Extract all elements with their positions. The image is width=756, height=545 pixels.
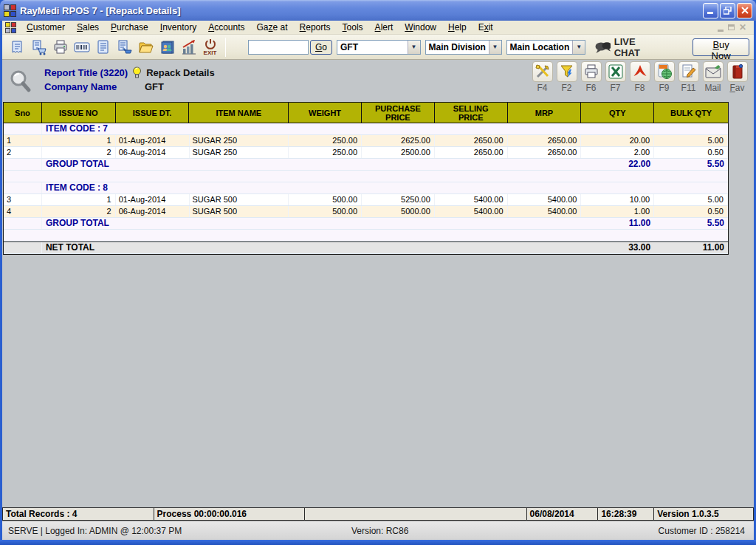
menu-item-gaze-at[interactable]: Gaze at <box>251 21 294 33</box>
menu-item-exit[interactable]: Exit <box>472 21 499 33</box>
column-header-bulk-qty[interactable]: BULK QTY <box>654 103 728 123</box>
location-select[interactable]: Main Location ▼ <box>506 40 586 55</box>
menu-item-window[interactable]: Window <box>399 21 442 33</box>
table-row[interactable]: 3101-Aug-2014SUGAR 500500.005250.005400.… <box>4 194 728 206</box>
menu-item-purchase[interactable]: Purchase <box>105 21 154 33</box>
net-total-label: NET TOTAL <box>42 242 582 253</box>
mdi-window-controls[interactable]: ✕ <box>718 22 752 32</box>
cell: 06-Aug-2014 <box>116 147 190 158</box>
mdi-minimize-icon[interactable] <box>718 30 724 32</box>
exit-icon[interactable]: EXIT <box>199 36 221 58</box>
shortcut-f8[interactable]: F8 <box>628 61 652 93</box>
cell: 5.00 <box>654 194 728 205</box>
html-export-icon[interactable] <box>654 61 675 82</box>
shortcut-f6[interactable]: F6 <box>579 61 603 93</box>
table-row[interactable]: 2206-Aug-2014SUGAR 250250.002500.002650.… <box>4 147 728 159</box>
division-select[interactable]: Main Division ▼ <box>425 40 502 55</box>
contacts-icon[interactable] <box>157 36 178 58</box>
buy-now-button[interactable]: Buy Now <box>693 38 749 56</box>
table-row[interactable]: ITEM CODE : 7 <box>4 123 728 135</box>
menu-item-accounts[interactable]: Accounts <box>202 21 250 33</box>
menu-item-reports[interactable]: Reports <box>294 21 337 33</box>
report-header: Report Title (3220) Repack Details Compa… <box>2 60 754 102</box>
sales-graph-icon[interactable] <box>178 36 199 58</box>
menu-item-sales[interactable]: Sales <box>71 21 105 33</box>
minimize-button[interactable] <box>703 3 718 18</box>
print-icon[interactable] <box>581 61 602 82</box>
sales-invoice-icon[interactable] <box>7 36 28 58</box>
login-status-text: SERVE | Logged In: ADMIN @ 12:00:37 PM <box>8 526 182 536</box>
go-button[interactable]: Go <box>310 40 332 55</box>
live-chat-link[interactable]: LIVE CHAT <box>594 36 659 58</box>
table-row[interactable]: GROUP TOTAL22.005.50 <box>4 159 728 171</box>
status-cell-5: Version 1.0.3.5 <box>654 508 753 520</box>
table-row[interactable]: 1101-Aug-2014SUGAR 250250.002625.002650.… <box>4 135 728 147</box>
printer-icon[interactable] <box>49 36 71 58</box>
table-row[interactable]: 4206-Aug-2014SUGAR 500500.005000.005400.… <box>4 206 728 218</box>
mdi-restore-icon[interactable] <box>728 24 735 30</box>
excel-export-icon[interactable] <box>605 61 626 82</box>
cell: 2 <box>42 206 116 217</box>
version-text: Version: RC86 <box>351 526 408 536</box>
mdi-close-icon[interactable]: ✕ <box>739 22 746 32</box>
company-select[interactable]: GFT ▼ <box>337 40 421 55</box>
company-select-value: GFT <box>337 42 408 52</box>
column-header-purchase-price[interactable]: PURCHASE PRICE <box>362 103 435 123</box>
filter-icon[interactable] <box>557 61 577 82</box>
status-cell-2 <box>305 508 526 520</box>
column-header-sno[interactable]: Sno <box>4 103 42 123</box>
purchase-cart-icon[interactable] <box>28 36 49 58</box>
shortcut-label: F11 <box>681 83 696 93</box>
folder-open-icon[interactable] <box>135 36 157 58</box>
column-header-issue-dt-[interactable]: ISSUE DT. <box>116 103 190 123</box>
edit-icon[interactable] <box>678 61 699 82</box>
shortcut-mail[interactable]: Mail <box>701 61 725 93</box>
empty-row[interactable] <box>4 171 728 182</box>
favourite-icon[interactable] <box>727 61 748 82</box>
column-header-weight[interactable]: WEIGHT <box>289 103 362 123</box>
table-row[interactable]: GROUP TOTAL11.005.50 <box>4 218 728 230</box>
empty-row[interactable] <box>4 230 728 241</box>
chevron-down-icon[interactable]: ▼ <box>408 41 420 54</box>
shortcut-f11[interactable]: F11 <box>676 61 701 93</box>
sales-return-icon[interactable] <box>114 36 135 58</box>
search-input[interactable] <box>248 40 309 55</box>
mail-icon[interactable] <box>703 61 724 82</box>
cell: 500.00 <box>289 194 362 205</box>
shortcut-f9[interactable]: F9 <box>652 61 676 93</box>
cell: 01-Aug-2014 <box>116 194 190 205</box>
column-header-issue-no[interactable]: ISSUE NO <box>42 103 116 123</box>
repack-details-table: SnoISSUE NOISSUE DT.ITEM NAMEWEIGHTPURCH… <box>3 102 729 255</box>
customer-id-text: Customer ID : 258214 <box>659 526 745 536</box>
menu-item-tools[interactable]: Tools <box>337 21 369 33</box>
menu-item-alert[interactable]: Alert <box>369 21 399 33</box>
cell: 5400.00 <box>435 206 508 217</box>
shortcut-f4[interactable]: F4 <box>530 61 554 93</box>
settings-tools-icon[interactable] <box>532 61 553 82</box>
cell: 5400.00 <box>508 194 582 205</box>
shortcut-label: F9 <box>659 83 669 93</box>
cell: 5400.00 <box>435 194 508 205</box>
shortcut-f2[interactable]: F2 <box>554 61 579 93</box>
column-header-item-name[interactable]: ITEM NAME <box>189 103 289 123</box>
barcode-icon[interactable] <box>71 36 92 58</box>
column-header-selling-price[interactable]: SELLING PRICE <box>435 103 508 123</box>
status-cell-3: 06/08/2014 <box>527 508 599 520</box>
shortcut-fav[interactable]: Fav <box>725 61 749 93</box>
chevron-down-icon[interactable]: ▼ <box>572 41 585 54</box>
menu-item-customer[interactable]: Customer <box>21 21 71 33</box>
table-row[interactable]: NET TOTAL33.0011.00 <box>4 241 728 254</box>
status-cell-4: 16:28:39 <box>598 508 654 520</box>
chevron-down-icon[interactable]: ▼ <box>489 41 501 54</box>
pdf-export-icon[interactable] <box>630 61 650 82</box>
close-button[interactable] <box>737 3 752 18</box>
menu-item-inventory[interactable]: Inventory <box>154 21 202 33</box>
menu-item-help[interactable]: Help <box>442 21 472 33</box>
table-row[interactable]: ITEM CODE : 8 <box>4 182 728 194</box>
ledger-icon[interactable] <box>92 36 114 58</box>
shortcut-f7[interactable]: F7 <box>603 61 628 93</box>
column-header-mrp[interactable]: MRP <box>508 103 582 123</box>
restore-button[interactable] <box>720 3 735 18</box>
group-total-label: GROUP TOTAL <box>42 218 582 229</box>
column-header-qty[interactable]: QTY <box>581 103 654 123</box>
